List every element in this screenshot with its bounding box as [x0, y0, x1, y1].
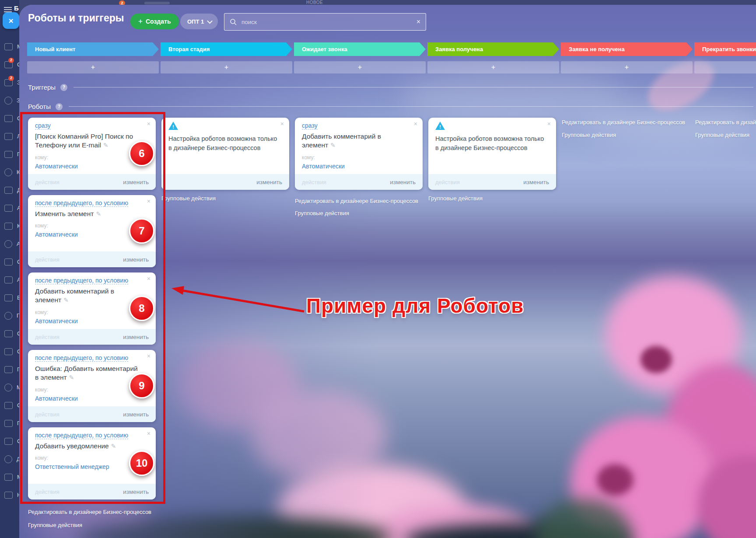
sidebar-item[interactable]: А	[0, 271, 19, 289]
sidebar-item[interactable]: А	[0, 235, 19, 253]
robot-assignee-link[interactable]: Автоматически	[35, 318, 78, 325]
robot-assignee-link[interactable]: Автоматически	[35, 395, 78, 402]
sidebar-item[interactable]: Д	[0, 181, 19, 199]
create-button[interactable]: + Создать	[130, 14, 179, 29]
sidebar-item[interactable]: П	[0, 145, 19, 163]
edit-in-designer-link[interactable]: Редактировать в дизайнере Бизнес-процесс…	[295, 198, 423, 204]
sidebar-item[interactable]: М	[0, 378, 19, 396]
stage-header[interactable]: Новый клиент	[27, 42, 159, 56]
robot-when-link[interactable]: после предыдущего, по условию	[35, 199, 128, 207]
stage-header[interactable]: Заявка получена	[427, 42, 559, 56]
app-icon	[4, 187, 13, 194]
sidebar-item[interactable]: С	[0, 432, 19, 450]
close-icon[interactable]: ×	[147, 430, 150, 437]
sidebar-item[interactable]: С	[0, 396, 19, 414]
help-icon[interactable]: ?	[60, 84, 67, 91]
stage-header[interactable]: Ожидает звонка	[294, 42, 426, 56]
robot-when-link[interactable]: после предыдущего, по условию	[35, 354, 128, 362]
add-robot-button[interactable]: +	[427, 61, 559, 73]
close-icon[interactable]: ×	[147, 353, 150, 359]
sidebar-item[interactable]: З	[0, 91, 19, 109]
sidebar-item[interactable]: 2 С	[0, 56, 19, 73]
sidebar-item[interactable]: С	[0, 253, 19, 271]
close-icon[interactable]: ×	[280, 121, 284, 127]
group-actions-link[interactable]: Групповые действия	[161, 195, 289, 202]
edit-pencil-icon[interactable]: ✎	[330, 142, 336, 149]
robot-when-link[interactable]: после предыдущего, по условию	[35, 277, 128, 284]
sidebar-item[interactable]: Б	[0, 289, 19, 307]
sidebar-item[interactable]: С	[0, 342, 19, 360]
sidebar-item[interactable]: П	[0, 307, 19, 325]
robot-card-footer: изменить	[161, 174, 289, 190]
edit-in-designer-link[interactable]: Редактировать в дизайнере Бизнес-процесс…	[28, 509, 156, 515]
sidebar-item[interactable]: С	[0, 325, 19, 342]
stage-header[interactable]: Прекратить звонки	[694, 42, 756, 56]
add-robot-button[interactable]: +	[694, 61, 756, 73]
edit-link[interactable]: изменить	[123, 489, 149, 495]
edit-link[interactable]: изменить	[123, 334, 149, 340]
add-robot-button[interactable]: +	[294, 61, 426, 73]
stage-header[interactable]: Заявка не получена	[561, 42, 693, 56]
stage-header[interactable]: Вторая стадия	[161, 42, 292, 56]
close-icon[interactable]: ×	[414, 121, 417, 127]
sidebar-item[interactable]: М	[0, 38, 19, 56]
actions-link[interactable]: действия	[35, 256, 60, 263]
close-icon[interactable]: ×	[147, 198, 150, 204]
menu-icon[interactable]	[4, 7, 12, 8]
robot-when-link[interactable]: сразу	[35, 122, 51, 129]
group-actions-link[interactable]: Групповые действия	[428, 195, 556, 202]
edit-link[interactable]: изменить	[523, 179, 549, 185]
sidebar-item[interactable]: П	[0, 414, 19, 432]
sidebar-item[interactable]: Л	[0, 127, 19, 145]
add-robot-button[interactable]: +	[561, 61, 693, 73]
add-robot-button[interactable]: +	[161, 61, 292, 73]
close-panel-button[interactable]: ×	[3, 12, 19, 29]
sidebar-item[interactable]: А	[0, 199, 19, 217]
pipeline-selector[interactable]: ОПТ 1	[180, 14, 218, 29]
actions-link[interactable]: действия	[35, 411, 60, 418]
sidebar-item[interactable]: Д	[0, 450, 19, 468]
sidebar-item[interactable]: С	[0, 109, 19, 127]
group-actions-link[interactable]: Групповые действия	[28, 522, 156, 528]
close-icon[interactable]: ×	[547, 121, 551, 127]
actions-link[interactable]: действия	[35, 489, 60, 495]
robot-assignee-link[interactable]: Автоматически	[302, 163, 345, 170]
sidebar-item[interactable]: К	[0, 217, 19, 235]
help-icon[interactable]: ?	[56, 103, 63, 110]
edit-link[interactable]: изменить	[123, 179, 149, 185]
sidebar-item[interactable]: 2 З	[0, 73, 19, 91]
add-robot-button[interactable]: +	[27, 61, 159, 73]
group-actions-link[interactable]: Групповые действия	[695, 132, 756, 138]
group-actions-link[interactable]: Групповые действия	[562, 132, 690, 138]
robot-when-link[interactable]: после предыдущего, по условию	[35, 432, 128, 439]
sidebar-item[interactable]: М	[0, 468, 19, 486]
edit-pencil-icon[interactable]: ✎	[63, 297, 69, 304]
actions-link[interactable]: действия	[435, 179, 460, 185]
edit-link[interactable]: изменить	[123, 256, 149, 263]
edit-link[interactable]: изменить	[123, 411, 149, 418]
robot-assignee-link[interactable]: Автоматически	[35, 231, 78, 238]
robot-assignee-link[interactable]: Ответственный менеджер	[35, 463, 109, 470]
edit-pencil-icon[interactable]: ✎	[96, 210, 101, 217]
clear-search-icon[interactable]: ×	[416, 18, 420, 25]
sidebar-item[interactable]: П	[0, 360, 19, 378]
robot-when-link[interactable]: сразу	[302, 122, 318, 129]
edit-pencil-icon[interactable]: ✎	[111, 443, 116, 450]
search-input[interactable]	[241, 18, 413, 26]
edit-pencil-icon[interactable]: ✎	[69, 374, 74, 381]
edit-in-designer-link[interactable]: Редактировать в дизайнере Бизнес-процесс…	[695, 119, 756, 126]
edit-link[interactable]: изменить	[390, 179, 416, 185]
close-icon[interactable]: ×	[147, 121, 150, 127]
edit-pencil-icon[interactable]: ✎	[103, 142, 108, 149]
group-actions-link[interactable]: Групповые действия	[295, 210, 423, 217]
sidebar-item[interactable]: Н	[0, 486, 19, 504]
annotation-text: Пример для Роботов	[306, 294, 524, 318]
sidebar-item[interactable]: К	[0, 163, 19, 181]
actions-link[interactable]: действия	[35, 179, 60, 185]
close-icon[interactable]: ×	[147, 276, 150, 282]
edit-in-designer-link[interactable]: Редактировать в дизайнере Бизнес-процесс…	[562, 119, 690, 126]
edit-link[interactable]: изменить	[256, 179, 282, 185]
robot-assignee-link[interactable]: Автоматически	[35, 163, 78, 170]
actions-link[interactable]: действия	[35, 334, 60, 340]
actions-link[interactable]: действия	[302, 179, 326, 185]
